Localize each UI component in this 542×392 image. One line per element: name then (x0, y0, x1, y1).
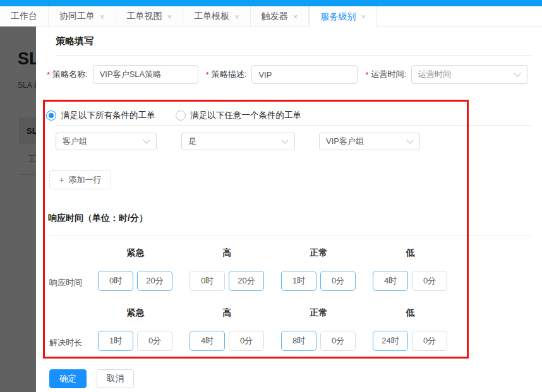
add-row-label: 添加一行 (69, 174, 102, 186)
top-accent-bar (0, 0, 542, 6)
select-value: 客户组 (63, 136, 87, 147)
radio-label: 满足以下所有条件的工单 (61, 110, 155, 121)
cancel-button[interactable]: 取消 (97, 369, 134, 388)
plus-icon: + (59, 175, 64, 185)
tab-workbench[interactable]: 工作台 (0, 6, 49, 27)
priority-group-high: 高 (190, 247, 265, 291)
time-input[interactable] (373, 271, 408, 291)
policy-fields-row: * 策略名称: * 策略描述: * 运营时间: 运营时间 (47, 65, 533, 84)
priority-header: 高 (190, 307, 265, 318)
priority-group-low: 低 (373, 247, 448, 291)
policy-name-input[interactable] (93, 65, 198, 84)
time-input[interactable] (190, 331, 225, 351)
priority-group-urgent: 紧急 (98, 247, 173, 291)
tab-collab-ticket[interactable]: 协同工单 × (49, 6, 116, 27)
select-value: 运营时间 (418, 69, 451, 80)
priority-group-normal: 正常 (281, 247, 356, 291)
tab-ticket-template[interactable]: 工单模板 × (183, 6, 251, 27)
time-input[interactable] (137, 331, 172, 351)
select-value: VIP客户组 (326, 136, 364, 147)
select-value: 是 (188, 136, 196, 147)
priority-header: 紧急 (98, 307, 173, 318)
priority-group-high: 高 (190, 307, 265, 351)
time-input[interactable] (320, 271, 356, 291)
time-input[interactable] (98, 331, 133, 351)
time-input[interactable] (281, 331, 316, 351)
tab-label: 服务级别 (320, 11, 356, 23)
priority-header: 正常 (281, 307, 356, 318)
priority-group-urgent: 紧急 (98, 307, 173, 351)
field-label: 策略描述: (212, 69, 247, 80)
radio-all-conditions[interactable]: 满足以下所有条件的工单 (46, 110, 155, 121)
divider (49, 235, 533, 235)
tab-trigger[interactable]: 触发器 × (251, 6, 310, 27)
radio-icon (46, 110, 56, 121)
confirm-button[interactable]: 确定 (49, 369, 87, 388)
condition-field-select[interactable]: 客户组 (56, 133, 157, 150)
resolve-time-row: 解决时长 紧急 高 正常 低 (49, 307, 533, 351)
time-input[interactable] (412, 331, 447, 351)
dialog-footer: 确定 取消 (49, 369, 533, 388)
condition-operator-select[interactable]: 是 (181, 133, 295, 150)
radio-any-condition[interactable]: 满足以下任意一个条件的工单 (176, 110, 302, 121)
tab-label: 工单视图 (127, 11, 162, 22)
radio-label: 满足以下任意一个条件的工单 (191, 110, 302, 121)
chevron-down-icon (514, 69, 521, 76)
time-input[interactable] (320, 331, 356, 351)
priority-header: 低 (373, 247, 448, 258)
priority-group-normal: 正常 (281, 307, 356, 351)
tab-label: 工单模板 (194, 11, 229, 22)
time-input[interactable] (229, 271, 264, 291)
priority-header: 紧急 (98, 247, 173, 258)
field-label: 运营时间: (371, 69, 406, 80)
priority-group-low: 低 (373, 307, 448, 351)
time-input[interactable] (281, 271, 316, 291)
field-policy-name: * 策略名称: (47, 65, 198, 84)
time-input[interactable] (190, 271, 225, 291)
condition-row: 客户组 是 VIP客户组 (56, 133, 533, 150)
backdrop-dim-overlay[interactable] (0, 27, 36, 392)
time-input[interactable] (98, 271, 133, 291)
time-row-label: 解决时长 (49, 307, 98, 351)
section-title-policy: 策略填写 (56, 35, 533, 47)
time-input[interactable] (229, 331, 264, 351)
close-icon[interactable]: × (361, 13, 366, 21)
tab-service-level[interactable]: 服务级别 × (309, 6, 377, 27)
condition-match-radios: 满足以下所有条件的工单 满足以下任意一个条件的工单 (46, 110, 533, 121)
close-icon[interactable]: × (167, 13, 172, 21)
modal-backdrop: SL SLA 是 SL 工 (0, 27, 36, 392)
tab-ticket-view[interactable]: 工单视图 × (116, 6, 184, 27)
close-icon[interactable]: × (234, 13, 239, 21)
tab-label: 工作台 (11, 11, 37, 22)
time-input[interactable] (137, 271, 172, 291)
tab-label: 协同工单 (59, 11, 95, 22)
required-asterisk: * (206, 70, 209, 80)
divider (56, 125, 533, 126)
field-operating-hours: * 运营时间: 运营时间 (365, 65, 527, 84)
chevron-down-icon (406, 136, 413, 143)
add-row-button[interactable]: + 添加一行 (49, 170, 111, 189)
close-icon[interactable]: × (293, 13, 298, 21)
chevron-down-icon (143, 136, 150, 143)
radio-icon (176, 110, 186, 121)
priority-header: 低 (373, 307, 448, 318)
sla-policy-dialog: 策略填写 * 策略名称: * 策略描述: * 运营时间: 运营时间 满足以下所有… (36, 27, 542, 392)
response-time-row: 响应时间 紧急 高 正常 低 (49, 247, 533, 291)
tab-bar: 工作台 协同工单 × 工单视图 × 工单模板 × 触发器 × 服务级别 × (0, 6, 542, 27)
divider (56, 55, 533, 56)
condition-value-select[interactable]: VIP客户组 (319, 133, 420, 150)
time-input[interactable] (412, 271, 447, 291)
time-row-label: 响应时间 (49, 247, 98, 291)
section-title-response-time: 响应时间（单位：时/分） (48, 213, 533, 224)
close-icon[interactable]: × (100, 13, 105, 21)
field-label: 策略名称: (52, 69, 88, 80)
policy-description-input[interactable] (251, 65, 358, 84)
priority-header: 正常 (281, 247, 356, 258)
operating-hours-select[interactable]: 运营时间 (411, 65, 527, 84)
required-asterisk: * (365, 70, 368, 80)
chevron-down-icon (281, 136, 288, 143)
time-input[interactable] (373, 331, 408, 351)
tab-label: 触发器 (262, 11, 288, 22)
priority-header: 高 (190, 247, 265, 258)
field-policy-description: * 策略描述: (206, 65, 358, 84)
